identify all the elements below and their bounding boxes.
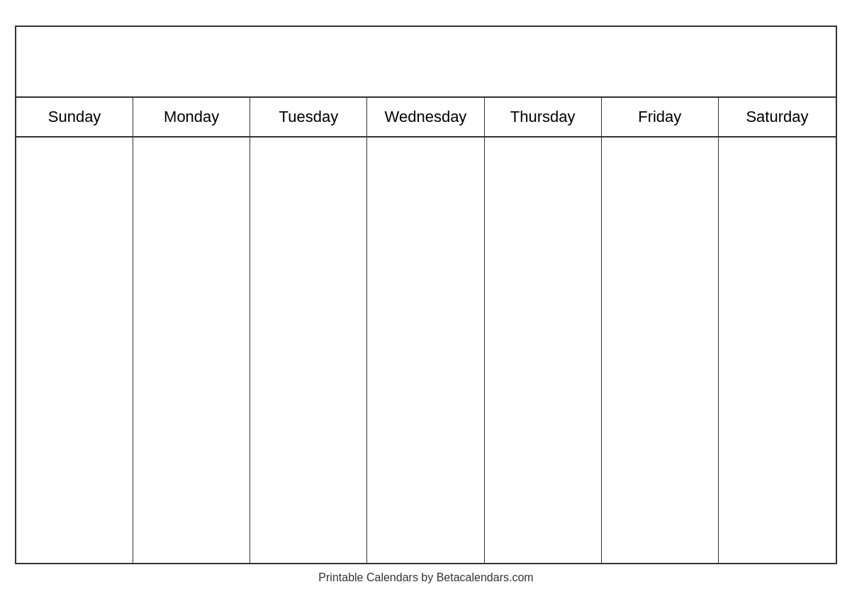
calendar-row-3: [16, 308, 836, 393]
day-header-sunday: Sunday: [16, 98, 133, 136]
calendar-container: Sunday Monday Tuesday Wednesday Thursday…: [15, 26, 837, 564]
calendar-cell[interactable]: [367, 478, 484, 563]
day-header-thursday: Thursday: [485, 98, 602, 136]
calendar-cell[interactable]: [367, 393, 484, 478]
day-header-monday: Monday: [133, 98, 250, 136]
calendar-row-5: [16, 478, 836, 563]
calendar-cell[interactable]: [602, 478, 719, 563]
calendar-cell[interactable]: [719, 138, 836, 223]
calendar-cell[interactable]: [16, 478, 133, 563]
calendar-title-row: [16, 27, 836, 98]
calendar-cell[interactable]: [250, 138, 367, 223]
calendar-cell[interactable]: [133, 393, 250, 478]
calendar-cell[interactable]: [133, 138, 250, 223]
calendar-cell[interactable]: [602, 138, 719, 223]
calendar-cell[interactable]: [367, 138, 484, 223]
calendar-cell[interactable]: [133, 308, 250, 393]
calendar-footer: Printable Calendars by Betacalendars.com: [15, 564, 837, 591]
calendar-grid: [16, 138, 836, 563]
calendar-cell[interactable]: [719, 223, 836, 308]
calendar-cell[interactable]: [250, 478, 367, 563]
calendar-cell[interactable]: [367, 223, 484, 308]
calendar-cell[interactable]: [602, 308, 719, 393]
calendar-cell[interactable]: [133, 223, 250, 308]
calendar-cell[interactable]: [719, 308, 836, 393]
calendar-row-2: [16, 223, 836, 308]
calendar-cell[interactable]: [485, 308, 602, 393]
calendar-cell[interactable]: [719, 478, 836, 563]
calendar-cell[interactable]: [250, 223, 367, 308]
calendar-cell[interactable]: [485, 223, 602, 308]
calendar-row-4: [16, 393, 836, 478]
calendar-cell[interactable]: [602, 393, 719, 478]
day-header-tuesday: Tuesday: [250, 98, 367, 136]
calendar-cell[interactable]: [367, 308, 484, 393]
calendar-cell[interactable]: [16, 138, 133, 223]
calendar-row-1: [16, 138, 836, 223]
calendar-cell[interactable]: [602, 223, 719, 308]
day-header-saturday: Saturday: [719, 98, 836, 136]
day-header-wednesday: Wednesday: [367, 98, 484, 136]
calendar-cell[interactable]: [485, 478, 602, 563]
calendar-cell[interactable]: [16, 308, 133, 393]
calendar-cell[interactable]: [250, 393, 367, 478]
calendar-cell[interactable]: [485, 393, 602, 478]
calendar-header: Sunday Monday Tuesday Wednesday Thursday…: [16, 98, 836, 138]
calendar-cell[interactable]: [250, 308, 367, 393]
calendar-cell[interactable]: [133, 478, 250, 563]
calendar-cell[interactable]: [16, 393, 133, 478]
calendar-cell[interactable]: [719, 393, 836, 478]
day-header-friday: Friday: [602, 98, 719, 136]
calendar-wrapper: Sunday Monday Tuesday Wednesday Thursday…: [15, 26, 837, 591]
calendar-cell[interactable]: [16, 223, 133, 308]
calendar-cell[interactable]: [485, 138, 602, 223]
